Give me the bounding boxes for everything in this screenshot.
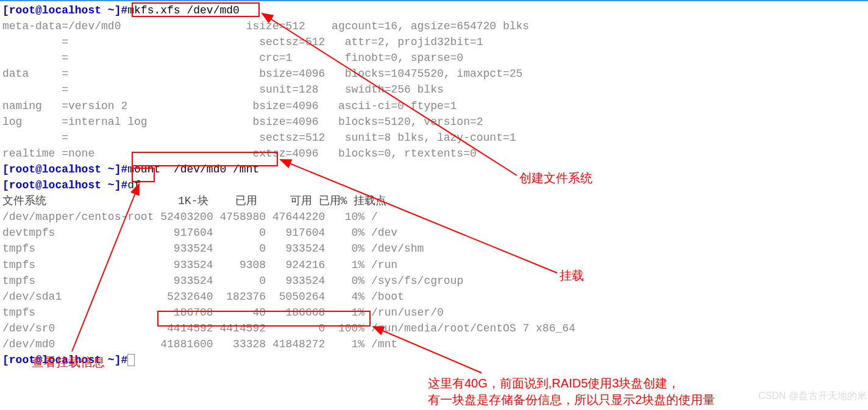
- terminal-output: [root@localhost ~]#mkfs.xfs /dev/md0 met…: [2, 2, 868, 368]
- prompt: [root@localhost ~]#: [2, 179, 127, 191]
- df-row: devtmpfs 917604 0 917604 0% /dev: [2, 227, 397, 239]
- highlight-box-md0-size: [157, 311, 371, 327]
- annotation-mount: 挂载: [560, 267, 584, 285]
- df-row: /dev/sda1 5232640 182376 5050264 4% /boo…: [2, 291, 404, 303]
- highlight-box-df: [132, 168, 155, 182]
- df-row: tmpfs 933524 0 933524 0% /sys/fs/cgroup: [2, 275, 463, 287]
- df-header: 文件系统 1K-块 已用 可用 已用% 挂载点: [2, 195, 386, 207]
- annotation-raid-note-1: 这里有40G，前面说到,RAID5使用3块盘创建，: [428, 375, 680, 392]
- df-row: /dev/mapper/centos-root 52403200 4758980…: [2, 211, 378, 223]
- highlight-box-mkfs: [132, 2, 260, 17]
- df-row: /dev/md0 41881600 33328 41848272 1% /mnt: [2, 338, 397, 350]
- highlight-box-mount: [132, 152, 278, 166]
- prompt: [root@localhost ~]#: [2, 4, 127, 16]
- cursor[interactable]: [127, 354, 135, 366]
- annotation-raid-note-2: 有一块盘是存储备份信息，所以只显示2块盘的使用量: [428, 391, 715, 409]
- watermark: CSDN @盘古开天地的米: [758, 389, 867, 403]
- df-row: tmpfs 933524 0 933524 0% /dev/shm: [2, 242, 424, 255]
- df-row: tmpfs 933524 9308 924216 1% /run: [2, 259, 397, 271]
- prompt: [root@localhost ~]#: [2, 163, 127, 175]
- annotation-view-mount: 查看挂载信息: [32, 353, 105, 371]
- annotation-create-fs: 创建文件系统: [519, 169, 592, 187]
